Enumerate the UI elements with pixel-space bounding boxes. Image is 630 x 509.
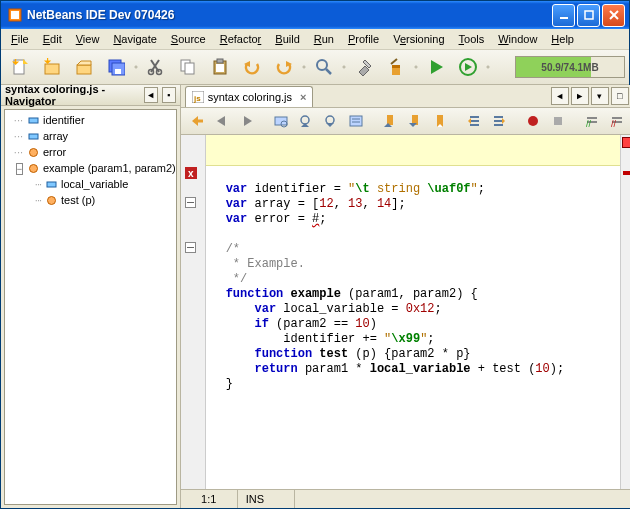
tree-item-label: array (43, 130, 68, 142)
tree-item[interactable]: ···identifier (5, 112, 176, 128)
gutter[interactable]: x (181, 135, 206, 489)
menu-tools[interactable]: Tools (453, 31, 491, 47)
svg-marker-53 (326, 123, 334, 127)
tab-maximize-button[interactable]: □ (611, 87, 629, 105)
menu-profile[interactable]: Profile (342, 31, 385, 47)
prev-bookmark-button[interactable] (378, 109, 402, 133)
editor-panel: js syntax coloring.js × ◄ ► ▾ □ (181, 85, 630, 508)
find-prev-button[interactable] (294, 109, 318, 133)
svg-point-39 (29, 164, 37, 172)
tree-item[interactable]: ···local_variable (5, 176, 176, 192)
navigator-tree[interactable]: ···identifier···array···error−example (p… (4, 109, 177, 505)
navigator-prev-button[interactable]: ◄ (144, 87, 158, 103)
navigator-header[interactable]: syntax coloring.js - Navigator ◄ ▪ (1, 85, 180, 106)
menu-source[interactable]: Source (165, 31, 212, 47)
cut-button[interactable] (141, 52, 171, 82)
menu-build[interactable]: Build (269, 31, 305, 47)
tab-scroll-right-button[interactable]: ► (571, 87, 589, 105)
js-file-icon: js (192, 91, 204, 103)
svg-marker-12 (77, 61, 91, 65)
menu-help[interactable]: Help (545, 31, 580, 47)
tab-close-icon[interactable]: × (300, 91, 306, 103)
field-icon (26, 115, 40, 126)
error-strip[interactable] (620, 135, 630, 489)
paste-button[interactable] (205, 52, 235, 82)
tree-item[interactable]: ···error (5, 144, 176, 160)
copy-button[interactable] (173, 52, 203, 82)
error-marker[interactable] (623, 171, 630, 175)
close-button[interactable] (602, 4, 625, 27)
code-line: /* (226, 242, 620, 257)
open-project-button[interactable] (69, 52, 99, 82)
svg-rect-3 (585, 11, 593, 19)
field-icon (44, 179, 58, 190)
menu-refactor[interactable]: Refactor (214, 31, 268, 47)
menu-run[interactable]: Run (308, 31, 340, 47)
code-editor[interactable]: var identifier = "\t string \uaf0f";var … (206, 135, 620, 489)
fold-glyph-icon[interactable] (185, 197, 199, 209)
nav-forward-button[interactable] (235, 109, 259, 133)
titlebar[interactable]: NetBeans IDE Dev 070426 (1, 1, 629, 29)
nav-back-button[interactable] (210, 109, 234, 133)
toggle-highlight-button[interactable] (344, 109, 368, 133)
shift-right-button[interactable] (487, 109, 511, 133)
minimize-button[interactable] (552, 4, 575, 27)
svg-point-38 (29, 148, 37, 156)
clean-build-button[interactable] (381, 52, 411, 82)
svg-rect-1 (11, 11, 19, 19)
run-button[interactable] (421, 52, 451, 82)
svg-rect-36 (29, 118, 38, 123)
error-summary-icon[interactable] (622, 137, 630, 148)
undo-button[interactable] (237, 52, 267, 82)
comment-button[interactable]: // (580, 109, 604, 133)
navigator-options-button[interactable]: ▪ (162, 87, 176, 103)
tab-list-button[interactable]: ▾ (591, 87, 609, 105)
new-project-button[interactable] (37, 52, 67, 82)
macro-record-button[interactable] (521, 109, 545, 133)
svg-marker-7 (23, 59, 28, 64)
maximize-button[interactable] (577, 4, 600, 27)
tree-item[interactable]: ···array (5, 128, 176, 144)
macro-stop-button[interactable] (546, 109, 570, 133)
tree-item-label: error (43, 146, 66, 158)
svg-rect-11 (77, 65, 91, 74)
memory-gauge[interactable]: 50.9/74.1MB (515, 56, 625, 78)
new-file-button[interactable] (5, 52, 35, 82)
tree-item[interactable]: ···test (p) (5, 192, 176, 208)
error-glyph-icon[interactable]: x (185, 167, 199, 179)
next-bookmark-button[interactable] (403, 109, 427, 133)
tree-item[interactable]: −example (param1, param2) (5, 160, 176, 176)
menu-navigate[interactable]: Navigate (107, 31, 162, 47)
last-edit-button[interactable] (185, 109, 209, 133)
main-toolbar: 50.9/74.1MB (1, 50, 629, 85)
svg-line-32 (391, 59, 397, 64)
svg-point-50 (301, 116, 309, 124)
window-buttons (552, 4, 625, 27)
find-next-button[interactable] (319, 109, 343, 133)
code-line: var identifier = "\t string \uaf0f"; (226, 182, 620, 197)
save-all-button[interactable] (101, 52, 131, 82)
build-button[interactable] (349, 52, 379, 82)
menu-file[interactable]: File (5, 31, 35, 47)
menu-edit[interactable]: Edit (37, 31, 68, 47)
content-area: syntax coloring.js - Navigator ◄ ▪ ···id… (1, 85, 629, 508)
status-message (295, 490, 630, 508)
svg-text:js: js (193, 94, 201, 103)
find-selection-button[interactable] (269, 109, 293, 133)
editor-tab-active[interactable]: js syntax coloring.js × (185, 86, 314, 107)
menu-window[interactable]: Window (492, 31, 543, 47)
code-line: identifier += "\x99"; (226, 332, 620, 347)
svg-rect-37 (29, 134, 38, 139)
menu-view[interactable]: View (70, 31, 106, 47)
navigator-panel: syntax coloring.js - Navigator ◄ ▪ ···id… (1, 85, 181, 508)
menu-versioning[interactable]: Versioning (387, 31, 450, 47)
find-button[interactable] (309, 52, 339, 82)
fold-glyph-icon[interactable] (185, 242, 199, 254)
debug-button[interactable] (453, 52, 483, 82)
code-line: if (param2 == 10) (226, 317, 620, 332)
redo-button[interactable] (269, 52, 299, 82)
toggle-bookmark-button[interactable] (428, 109, 452, 133)
shift-left-button[interactable] (462, 109, 486, 133)
tab-scroll-left-button[interactable]: ◄ (551, 87, 569, 105)
uncomment-button[interactable]: // (605, 109, 629, 133)
